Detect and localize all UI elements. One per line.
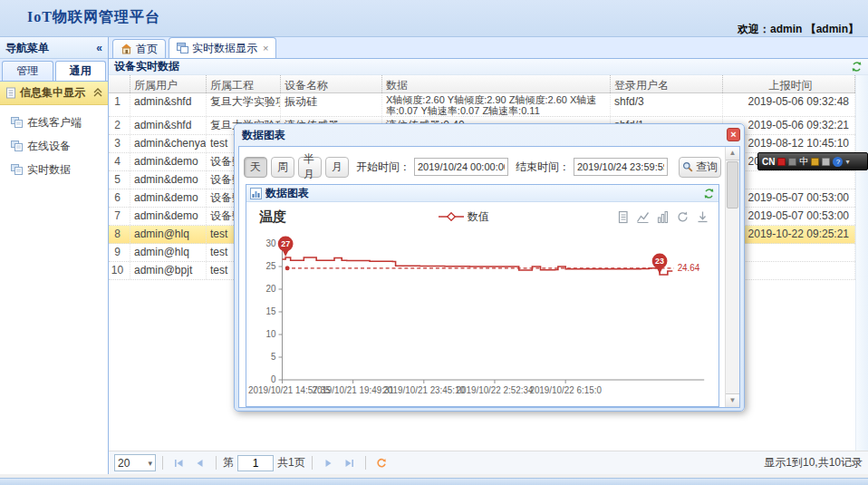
svg-text:10: 10	[266, 329, 276, 339]
column-header-1[interactable]: 所属用户	[130, 75, 207, 92]
bar-chart-icon	[250, 188, 262, 199]
document-icon	[5, 87, 16, 99]
cell-user: admin@hlq	[130, 244, 207, 261]
svg-text:30: 30	[266, 238, 276, 248]
svg-text:24.64: 24.64	[678, 263, 700, 273]
range-button-group: 天周半月月	[244, 157, 349, 178]
sidebar-item-list: 在线客户端在线设备实时数据	[0, 105, 108, 181]
cell-user: admin@hlq	[130, 226, 207, 243]
query-button[interactable]: 查询	[679, 157, 721, 178]
tab-realtime-data[interactable]: 实时数据显示 ×	[169, 37, 276, 58]
ime-settings-icon[interactable]	[822, 158, 830, 166]
pager-prev-button[interactable]	[191, 455, 209, 471]
client-window-icon	[11, 117, 23, 128]
cell-num: 1	[109, 93, 130, 116]
svg-text:0: 0	[271, 374, 276, 384]
sidebar-item-label: 在线客户端	[27, 115, 82, 131]
pager-first-button[interactable]	[169, 455, 188, 471]
end-time-input[interactable]	[574, 158, 668, 176]
tab-home[interactable]: 首页	[112, 39, 166, 58]
accordion-header-info-display[interactable]: 信息集中显示	[0, 82, 108, 105]
column-header-0[interactable]	[109, 75, 130, 92]
range-button-1[interactable]: 周	[271, 157, 294, 178]
svg-text:15: 15	[266, 306, 276, 316]
ime-language-bar[interactable]: CN 中 ? ▾	[757, 152, 868, 170]
cell-num: 4	[109, 153, 130, 170]
sidebar-tabs: 管理通用	[0, 59, 108, 82]
range-button-2[interactable]: 半月	[298, 157, 322, 178]
pager-summary: 显示1到10,共10记录	[764, 455, 863, 470]
chart-head: 温度 数值	[246, 202, 719, 231]
bottom-blue-strip	[0, 478, 868, 485]
cell-data: X轴倾度:2.60 Y轴倾度:2.90 Z轴倾度:2.60 X轴速率:0.07 …	[382, 93, 611, 116]
chevron-down-icon: ▾	[148, 459, 152, 468]
column-header-5[interactable]: 登录用户名	[611, 75, 723, 92]
column-header-3[interactable]: 设备名称	[281, 75, 382, 92]
ime-lang-label[interactable]: CN	[762, 157, 775, 167]
ime-keyboard-icon[interactable]	[788, 158, 796, 166]
dialog-scrollbar[interactable]: ▲ ▼	[725, 147, 739, 407]
sidebar-collapse-icon[interactable]: «	[96, 37, 102, 58]
sidebar-item-1[interactable]: 在线设备	[0, 134, 108, 158]
sidebar-header: 导航菜单 «	[0, 37, 108, 59]
cell-user: admin&demo	[130, 208, 207, 225]
ime-mode-label[interactable]: 中	[799, 155, 808, 168]
line-chart-icon[interactable]	[636, 210, 650, 224]
start-time-input[interactable]	[414, 158, 508, 176]
cell-num: 3	[109, 135, 130, 152]
x-axis-label: 2019/10/21 23:45:10	[383, 385, 466, 395]
page-number-input[interactable]	[237, 455, 274, 471]
sidebar-tab-1[interactable]: 通用	[55, 61, 107, 81]
scroll-down-icon[interactable]: ▼	[726, 393, 739, 407]
ime-options-icon[interactable]: ▾	[845, 158, 849, 166]
cell-num: 5	[109, 171, 130, 189]
sidebar-tab-0[interactable]: 管理	[2, 61, 53, 81]
svg-text:5: 5	[271, 352, 276, 362]
column-header-6[interactable]: 上报时间	[723, 75, 855, 92]
sidebar-item-0[interactable]: 在线客户端	[0, 111, 108, 134]
pager-last-button[interactable]	[341, 455, 359, 471]
restore-icon[interactable]	[676, 210, 690, 224]
cell-project: 复旦大学实验项目	[207, 93, 281, 116]
pager-refresh-icon[interactable]	[372, 455, 391, 471]
cell-num: 9	[109, 244, 130, 261]
cell-time: 2019-05-06 09:32:48	[723, 93, 855, 116]
range-button-0[interactable]: 天	[244, 157, 267, 178]
save-image-icon[interactable]	[696, 210, 709, 224]
cell-user: admin@bpjt	[130, 262, 207, 279]
tab-home-label: 首页	[136, 42, 158, 57]
datagrid-scrollbar[interactable]	[855, 75, 868, 451]
welcome-text: 欢迎：admin 【admin】	[738, 22, 859, 37]
refresh-icon[interactable]	[851, 61, 863, 73]
ime-help-icon[interactable]: ?	[833, 157, 843, 167]
bar-chart-toggle-icon[interactable]	[656, 210, 670, 224]
ime-toolbar-icon[interactable]	[811, 158, 819, 166]
sidebar-title: 导航菜单	[5, 37, 49, 58]
column-header-2[interactable]: 所属工程	[207, 75, 281, 92]
refresh-icon[interactable]	[703, 188, 715, 199]
pager-next-button[interactable]	[319, 455, 337, 471]
sidebar-item-label: 实时数据	[27, 162, 71, 178]
close-icon[interactable]: ×	[727, 128, 740, 141]
scroll-up-icon[interactable]: ▲	[726, 147, 739, 160]
pager-page-label: 第	[223, 455, 234, 470]
chart-title: 温度	[259, 209, 286, 226]
scrollbar-thumb[interactable]	[727, 161, 738, 209]
column-header-4[interactable]: 数据	[382, 75, 611, 92]
start-time-label: 开始时间：	[356, 160, 410, 175]
range-button-3[interactable]: 月	[325, 157, 349, 178]
chart-legend[interactable]: 数值	[439, 209, 489, 225]
tab-close-icon[interactable]: ×	[263, 43, 268, 53]
page-size-select[interactable]: 20 ▾	[114, 454, 156, 471]
client-window-icon	[11, 164, 23, 175]
dialog-title: 数据图表	[238, 124, 740, 146]
cell-user: admin&chenyajing	[130, 135, 207, 152]
table-row[interactable]: 1admin&shfd复旦大学实验项目振动硅X轴倾度:2.60 Y轴倾度:2.9…	[109, 93, 868, 117]
sidebar-item-2[interactable]: 实时数据	[0, 158, 108, 181]
data-view-icon[interactable]	[616, 210, 630, 224]
temperature-line-chart[interactable]: 0510152025302019/10/21 14:57:352019/10/2…	[246, 231, 719, 402]
ime-input-method-icon[interactable]	[777, 158, 786, 166]
cell-num: 2	[109, 117, 130, 134]
cell-num: 6	[109, 189, 130, 207]
cell-login: shfd/3	[611, 93, 723, 116]
